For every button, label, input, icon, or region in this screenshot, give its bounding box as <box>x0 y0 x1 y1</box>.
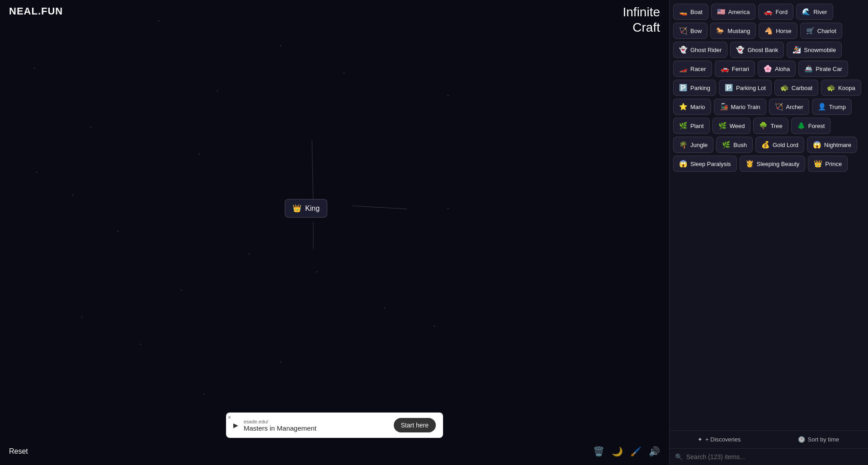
item-chip[interactable]: 🏹Bow <box>673 23 708 39</box>
item-chip[interactable]: 🚂Mario Train <box>714 99 766 115</box>
item-chip[interactable]: 🅿️Parking <box>673 80 716 96</box>
ad-cta-button[interactable]: Start here <box>394 418 436 432</box>
item-chip[interactable]: 🏹Archer <box>769 99 809 115</box>
item-emoji: 🌿 <box>722 141 731 149</box>
item-chip[interactable]: 🐴Horse <box>759 23 797 39</box>
bottom-icons: 🗑️ 🌙 🖌️ 🔊 <box>593 446 660 457</box>
item-chip[interactable]: 👑Prince <box>808 156 848 172</box>
item-label: Racer <box>690 66 706 72</box>
top-bar: NEAL.FUN InfiniteCraft <box>0 0 669 23</box>
game-title: InfiniteCraft <box>623 5 660 35</box>
item-chip[interactable]: 🅿️Parking Lot <box>719 80 772 96</box>
star <box>34 68 35 69</box>
item-emoji: 🐢 <box>780 84 789 92</box>
search-input[interactable] <box>686 453 863 460</box>
ad-banner: × ▶ esade.edu/ Masters in Management Sta… <box>226 413 443 438</box>
item-label: Gold Lord <box>773 142 798 148</box>
star <box>81 317 82 318</box>
item-label: Forest <box>808 123 825 129</box>
item-label: River <box>813 9 827 15</box>
item-label: Ghost Bank <box>747 47 778 53</box>
item-chip[interactable]: 🐎Mustang <box>710 23 756 39</box>
item-chip[interactable]: 🌿Weed <box>712 118 751 134</box>
ad-close-button[interactable]: × <box>228 414 231 421</box>
item-label: Bow <box>690 28 702 34</box>
item-label: Mustang <box>727 28 750 34</box>
item-chip[interactable]: 🌳Tree <box>753 118 788 134</box>
item-emoji: 🌸 <box>764 65 772 73</box>
item-emoji: 👻 <box>736 46 745 54</box>
item-label: America <box>728 9 750 15</box>
reset-button[interactable]: Reset <box>9 447 28 456</box>
item-chip[interactable]: 😱Sleep Paralysis <box>673 156 737 172</box>
item-label: Horse <box>776 28 792 34</box>
item-emoji: 🐢 <box>827 84 835 92</box>
item-chip[interactable]: 💰Gold Lord <box>755 137 804 153</box>
svg-line-1 <box>353 206 407 209</box>
item-emoji: 👻 <box>679 46 688 54</box>
item-chip[interactable]: 👸Sleeping Beauty <box>740 156 806 172</box>
item-label: Bush <box>733 142 747 148</box>
sort-by-time-tab[interactable]: 🕐 Sort by time <box>769 431 868 448</box>
item-chip[interactable]: 🚢Pirate Car <box>798 61 848 77</box>
item-chip[interactable]: 🚗Ford <box>758 4 793 20</box>
items-container[interactable]: 🚤Boat🇺🇸America🚗Ford🌊River🏹Bow🐎Mustang🐴Ho… <box>670 0 868 430</box>
item-emoji: 🌿 <box>718 122 727 130</box>
item-emoji: 🏂 <box>793 46 801 54</box>
item-emoji: 🏹 <box>775 103 783 111</box>
sound-icon-button[interactable]: 🔊 <box>649 446 660 457</box>
item-label: Tree <box>770 123 782 129</box>
item-chip[interactable]: 🌿Plant <box>673 118 710 134</box>
item-chip[interactable]: 🌲Forest <box>791 118 831 134</box>
star <box>199 154 200 155</box>
item-emoji: 🐎 <box>716 27 725 35</box>
item-chip[interactable]: ⭐Mario <box>673 99 711 115</box>
item-chip[interactable]: 🐢Koopa <box>821 80 861 96</box>
item-chip[interactable]: 😱Nightmare <box>807 137 857 153</box>
sort-by-time-label: Sort by time <box>808 436 839 443</box>
item-chip[interactable]: 🐢Carboat <box>774 80 818 96</box>
dark-mode-button[interactable]: 🌙 <box>612 446 623 457</box>
item-label: Weed <box>730 123 745 129</box>
item-emoji: 🛒 <box>806 27 815 35</box>
item-label: Boat <box>690 9 703 15</box>
brush-icon-button[interactable]: 🖌️ <box>630 446 642 457</box>
star <box>448 95 448 96</box>
item-label: Parking Lot <box>736 85 766 91</box>
star <box>203 394 204 394</box>
item-chip[interactable]: 🌴Jungle <box>673 137 713 153</box>
item-chip[interactable]: 🏎️Racer <box>673 61 712 77</box>
ad-arrow-icon: ▶ <box>233 422 238 429</box>
item-label: Jungle <box>690 142 708 148</box>
item-label: Aloha <box>775 66 790 72</box>
king-element[interactable]: 👑 King <box>285 199 327 218</box>
star <box>280 362 281 363</box>
star <box>316 271 317 272</box>
item-emoji: 🌲 <box>797 122 806 130</box>
logo: NEAL.FUN <box>9 5 63 17</box>
item-chip[interactable]: 🚗Ferrari <box>715 61 755 77</box>
discoveries-tab[interactable]: ✦ + Discoveries <box>670 431 769 448</box>
item-chip[interactable]: 🌸Aloha <box>758 61 796 77</box>
item-label: Chariot <box>817 28 836 34</box>
item-chip[interactable]: 👻Ghost Bank <box>730 42 784 58</box>
item-emoji: 😱 <box>679 160 688 168</box>
item-label: Nightmare <box>824 142 851 148</box>
star <box>384 308 385 308</box>
item-chip[interactable]: 🏂Snowmobile <box>787 42 842 58</box>
item-chip[interactable]: 🌊River <box>796 4 833 20</box>
item-chip[interactable]: 🚤Boat <box>673 4 708 20</box>
item-chip[interactable]: 🇺🇸America <box>711 4 756 20</box>
trash-icon-button[interactable]: 🗑️ <box>593 446 604 457</box>
item-emoji: 🅿️ <box>679 84 688 92</box>
item-emoji: 🚂 <box>720 103 728 111</box>
item-chip[interactable]: 👻Ghost Rider <box>673 42 727 58</box>
star <box>434 326 435 327</box>
item-chip[interactable]: 🛒Chariot <box>800 23 842 39</box>
star <box>36 172 37 173</box>
item-emoji: 🇺🇸 <box>717 8 726 16</box>
canvas-area[interactable]: NEAL.FUN InfiniteCraft 👑 King × ▶ esade.… <box>0 0 669 465</box>
bottom-bar: Reset 🗑️ 🌙 🖌️ 🔊 <box>0 438 669 465</box>
item-chip[interactable]: 🌿Bush <box>716 137 753 153</box>
item-chip[interactable]: 👤Trump <box>812 99 852 115</box>
